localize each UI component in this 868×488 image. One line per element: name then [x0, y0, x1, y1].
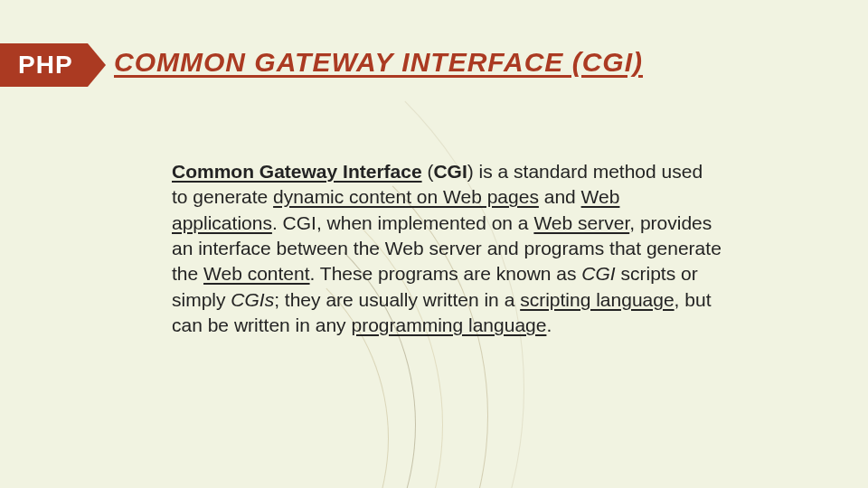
term-cgi-italic: CGI [581, 263, 615, 284]
text: . CGI, when implemented on a [272, 212, 533, 233]
text: ( [422, 161, 434, 182]
text: ; they are usually written in a [274, 289, 520, 310]
term-cgi-full: Common Gateway Interface [172, 161, 422, 182]
link-web-server: Web server [533, 212, 629, 233]
chevron-right-icon [88, 43, 106, 87]
link-dynamic-content: dynamic content on Web pages [273, 186, 539, 207]
term-cgi-abbr: CGI [433, 161, 467, 182]
link-programming-language: programming language [351, 314, 546, 335]
link-web-content: Web content [203, 263, 310, 284]
text: . [546, 314, 552, 335]
text: and [539, 186, 581, 207]
slide-title: COMMON GATEWAY INTERFACE (CGI) [114, 47, 643, 78]
slide-body: Common Gateway Interface (CGI) is a stan… [172, 159, 723, 338]
topic-tag: PHP [0, 43, 106, 87]
topic-tag-label: PHP [0, 43, 88, 87]
text: . These programs are known as [310, 263, 582, 284]
link-scripting-language: scripting language [520, 289, 674, 310]
term-cgis-italic: CGIs [231, 289, 274, 310]
